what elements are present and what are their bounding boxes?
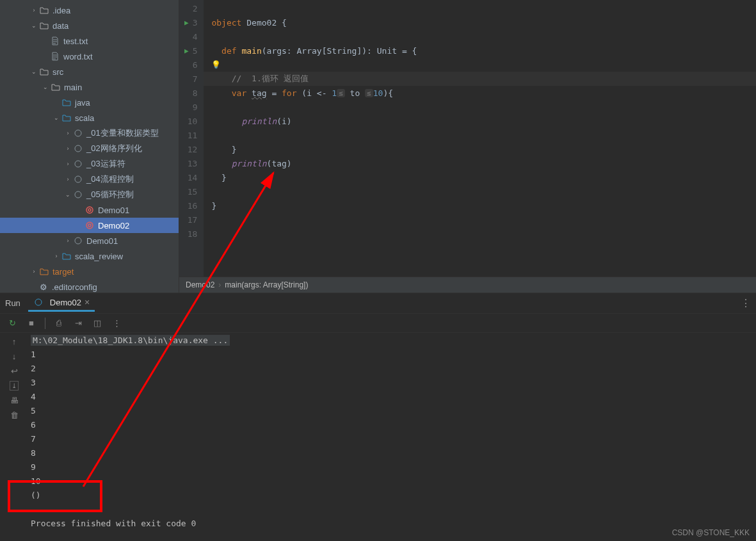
- tree-pkg-demo01[interactable]: ›Demo01: [0, 233, 179, 248]
- rerun-button[interactable]: ↻: [6, 318, 18, 329]
- print-icon[interactable]: 🖶: [10, 396, 19, 405]
- console-exit: Process finished with exit code 0: [31, 519, 756, 533]
- editor-gutter[interactable]: 2 ▶3 4 ▶5 6 7 8 9 10 11 12 13 14 15 16 1…: [179, 0, 204, 277]
- console-line: 10: [31, 476, 756, 490]
- tree-folder-java[interactable]: java: [0, 95, 179, 110]
- chevron-down-icon: ⌄: [40, 84, 51, 90]
- tree-label: word.txt: [63, 52, 179, 61]
- svg-point-5: [86, 207, 93, 213]
- tree-label: _01变量和数据类型: [86, 127, 179, 139]
- stop-button[interactable]: ■: [26, 318, 37, 329]
- tree-scala-demo01[interactable]: Demo01: [0, 202, 179, 218]
- run-tab-label: Demo02: [50, 298, 81, 307]
- tree-label: scala: [75, 113, 179, 123]
- up-icon[interactable]: ↑: [12, 337, 17, 346]
- tree-folder-target[interactable]: ›target: [0, 264, 179, 279]
- chevron-right-icon: ›: [63, 130, 73, 136]
- chevron-down-icon: ⌄: [29, 69, 39, 75]
- svg-point-7: [86, 222, 93, 229]
- close-icon[interactable]: ×: [84, 297, 90, 307]
- run-tab-demo02[interactable]: Demo02 ×: [28, 295, 95, 312]
- svg-point-1: [75, 145, 81, 152]
- run-console[interactable]: M:\02_Module\18_JDK1.8\bin\java.exe ... …: [28, 333, 756, 541]
- scroll-icon[interactable]: ⤓: [10, 381, 19, 391]
- file-icon: [50, 36, 60, 46]
- console-line: 7: [31, 434, 756, 448]
- code-area[interactable]: object Demo02 { def main(args: Array[Str…: [204, 0, 756, 277]
- tree-pkg-01[interactable]: ›_01变量和数据类型: [0, 125, 179, 141]
- tree-pkg-05[interactable]: ⌄_05循环控制: [0, 187, 179, 202]
- down-icon[interactable]: ↓: [12, 351, 17, 361]
- package-icon: [73, 174, 83, 184]
- lightbulb-icon[interactable]: 💡: [211, 60, 221, 69]
- tree-label: src: [52, 67, 179, 77]
- watermark: CSDN @STONE_KKK: [672, 528, 750, 537]
- tree-label: _02网络序列化: [86, 143, 179, 154]
- scala-object-icon: [84, 205, 95, 215]
- package-icon: [73, 236, 83, 246]
- tree-folder-main[interactable]: ⌄main: [0, 79, 179, 95]
- breadcrumb[interactable]: Demo02 › main(args: Array[String]): [179, 277, 756, 293]
- chevron-down-icon: ⌄: [29, 22, 39, 29]
- project-tree[interactable]: ›.idea ⌄data test.txt word.txt ⌄src ⌄mai…: [0, 0, 179, 293]
- run-gutter-icon[interactable]: ▶: [184, 47, 189, 55]
- tree-label: _04流程控制: [86, 174, 179, 185]
- svg-point-8: [88, 224, 91, 227]
- console-line: 1: [31, 350, 756, 364]
- layout-icon[interactable]: ◫: [92, 318, 103, 329]
- tree-label: scala_review: [75, 252, 179, 261]
- gear-icon: ⚙: [38, 282, 49, 292]
- tree-folder-scala[interactable]: ⌄scala: [0, 110, 179, 125]
- trash-icon[interactable]: 🗑: [10, 410, 19, 420]
- console-line: 3: [31, 378, 756, 392]
- chevron-down-icon: ⌄: [51, 115, 61, 121]
- more-icon[interactable]: ⋮: [741, 297, 751, 309]
- svg-point-9: [75, 238, 81, 244]
- code-editor[interactable]: 2 ▶3 4 ▶5 6 7 8 9 10 11 12 13 14 15 16 1…: [179, 0, 756, 293]
- scala-object-icon: [33, 297, 44, 307]
- tree-scala-demo02[interactable]: Demo02: [0, 218, 179, 233]
- tree-folder-review[interactable]: ›scala_review: [0, 248, 179, 264]
- folder-icon: [51, 82, 61, 92]
- folder-icon: [39, 20, 49, 31]
- package-icon: [73, 159, 83, 169]
- folder-icon: [39, 5, 49, 15]
- console-command: M:\02_Module\18_JDK1.8\bin\java.exe ...: [31, 335, 230, 346]
- console-line: (): [31, 490, 756, 505]
- run-gutter-icon[interactable]: ▶: [184, 19, 189, 27]
- crumb-item[interactable]: Demo02: [186, 280, 214, 289]
- tree-pkg-04[interactable]: ›_04流程控制: [0, 172, 179, 187]
- svg-point-0: [75, 130, 81, 136]
- package-icon: [73, 143, 83, 154]
- tree-label: Demo01: [86, 236, 179, 246]
- console-line: 9: [31, 462, 756, 476]
- tree-label: target: [52, 267, 179, 277]
- camera-icon[interactable]: ⎙: [53, 318, 65, 329]
- folder-icon: [61, 97, 72, 108]
- tree-label: _03运算符: [86, 158, 179, 170]
- tree-folder-idea[interactable]: ›.idea: [0, 3, 179, 18]
- run-panel-title: Run: [5, 298, 20, 308]
- folder-icon: [39, 67, 49, 77]
- tree-file-editorconfig[interactable]: ⚙.editorconfig: [0, 279, 179, 293]
- more-icon[interactable]: ⋮: [111, 318, 122, 329]
- console-line: 4: [31, 392, 756, 406]
- console-line: 8: [31, 448, 756, 462]
- svg-point-4: [75, 191, 81, 198]
- tree-file-test[interactable]: test.txt: [0, 33, 179, 49]
- crumb-item[interactable]: main(args: Array[String]): [225, 280, 308, 289]
- svg-point-3: [75, 176, 81, 182]
- tree-folder-src[interactable]: ⌄src: [0, 64, 179, 79]
- tree-label: .editorconfig: [52, 282, 179, 292]
- package-icon: [73, 128, 83, 138]
- tree-file-word[interactable]: word.txt: [0, 49, 179, 64]
- export-icon[interactable]: ⇥: [72, 318, 84, 329]
- run-panel: Run Demo02 × ⋮ ↻ ■ ⎙ ⇥ ◫ ⋮ ↑ ↓ ↩ ⤓ 🖶 🗑 M…: [0, 293, 756, 541]
- wrap-icon[interactable]: ↩: [11, 366, 18, 376]
- tree-label: main: [64, 83, 179, 92]
- tree-pkg-03[interactable]: ›_03运算符: [0, 156, 179, 172]
- tree-pkg-02[interactable]: ›_02网络序列化: [0, 141, 179, 156]
- tree-label: .idea: [52, 6, 179, 15]
- tree-folder-data[interactable]: ⌄data: [0, 18, 179, 33]
- console-line: 5: [31, 406, 756, 420]
